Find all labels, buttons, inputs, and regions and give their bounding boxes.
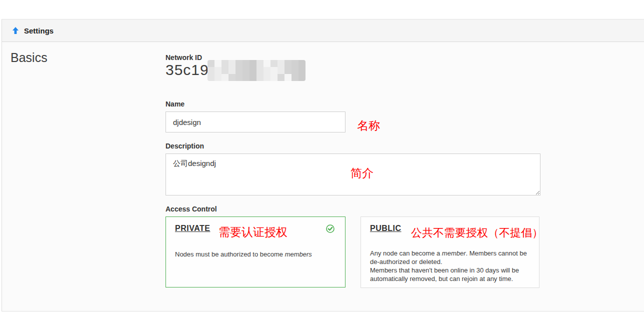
public-desc-run: Any node can become a xyxy=(370,250,442,257)
page-title: Basics xyxy=(10,50,48,65)
public-annotation: 公共不需要授权（不提倡） xyxy=(411,226,543,240)
private-desc-run: Nodes must be authorized to become xyxy=(175,250,285,258)
public-option-title: PUBLIC xyxy=(370,224,402,233)
name-label: Name xyxy=(166,100,184,108)
public-desc-run-italic: member xyxy=(442,250,466,257)
private-annotation: 需要认证授权 xyxy=(218,224,288,240)
public-description: Any node can become a member. Members ca… xyxy=(370,249,532,283)
private-option-card[interactable]: PRIVATE 需要认证授权 Nodes must be authorized … xyxy=(166,216,346,288)
description-label: Description xyxy=(166,142,204,150)
private-option-title: PRIVATE xyxy=(175,224,210,233)
redacted-network-id xyxy=(208,60,306,81)
description-textarea[interactable]: 公司designdj xyxy=(166,154,540,196)
access-control-label: Access Control xyxy=(166,205,217,213)
settings-label: Settings xyxy=(24,26,54,35)
settings-back-bar[interactable]: Settings xyxy=(2,20,644,42)
name-input[interactable] xyxy=(166,112,346,132)
name-annotation: 名称 xyxy=(357,118,380,134)
network-id-label: Network ID xyxy=(166,54,202,62)
public-option-card[interactable]: PUBLIC 公共不需要授权（不提倡） Any node can become … xyxy=(360,216,540,288)
private-description: Nodes must be authorized to become membe… xyxy=(175,250,338,258)
arrow-up-icon xyxy=(12,26,20,34)
public-desc-line2: Members that haven't been online in 30 d… xyxy=(370,266,519,282)
settings-panel: Settings Basics Network ID 35c192 Name 名… xyxy=(2,19,644,312)
check-circle-icon xyxy=(326,224,334,233)
private-desc-run-italic: members xyxy=(285,250,312,258)
